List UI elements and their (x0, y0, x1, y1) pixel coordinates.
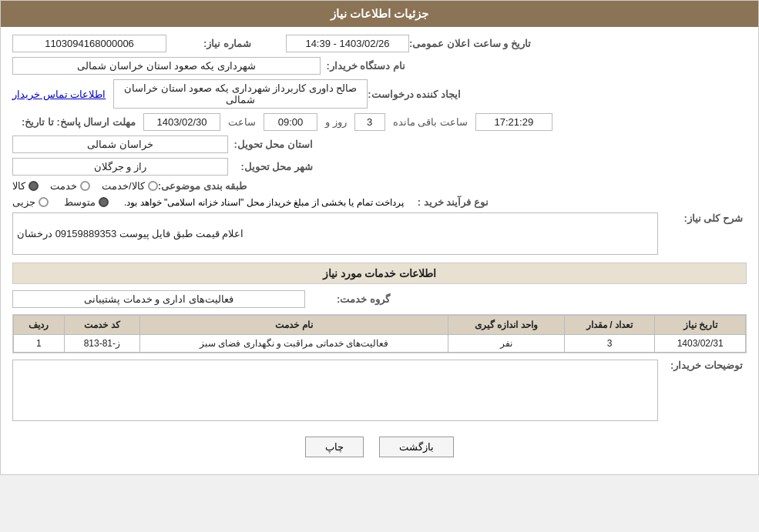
farayand-note: پرداخت تمام یا بخشی از مبلغ خریداز محل "… (124, 197, 404, 208)
tabaqe-radio-group: کالا/خدمت خدمت کالا (12, 180, 158, 192)
baqi-value: 17:21:29 (475, 113, 552, 131)
ostan-label: استان محل تحویل: (228, 139, 313, 150)
bazgasht-button[interactable]: بازگشت (379, 437, 454, 457)
shomare-niaz-value: 1103094168000006 (12, 35, 166, 52)
radio-kala-khadamat-circle (148, 181, 158, 191)
radio-khadamat[interactable]: خدمت (50, 180, 90, 192)
nooe-farayand-label: نوع فرآیند خرید : (404, 196, 489, 208)
row-tabaqe: طبقه بندی موضوعی: کالا/خدمت خدمت کالا (12, 180, 747, 192)
ijad-konande-label: ایجاد کننده درخواست: (368, 89, 461, 100)
mohlat-date: 1403/02/30 (143, 113, 220, 131)
توضیحات-label: توضیحات خریدار: (658, 360, 743, 371)
cell-tarikh: 1403/02/31 (655, 335, 746, 353)
nam-dastgah-value: شهرداری یکه صعود استان خراسان شمالی (12, 57, 321, 75)
col-tarikh: تاریخ نیاز (655, 316, 746, 335)
row-nam-dastgah: نام دستگاه خریدار: شهرداری یکه صعود استا… (12, 57, 747, 75)
توضیحات-value (12, 360, 658, 421)
roz-value: 3 (354, 113, 385, 131)
radio-kala[interactable]: کالا (12, 180, 39, 192)
mohlat-saat: 09:00 (264, 113, 317, 131)
page-header: جزئیات اطلاعات نیاز (1, 1, 758, 27)
farayand-radios: پرداخت تمام یا بخشی از مبلغ خریداز محل "… (12, 196, 404, 208)
radio-kala-circle (29, 181, 39, 191)
row-توضیحات: توضیحات خریدار: (12, 360, 747, 421)
cell-kod: ز-81-813 (64, 335, 139, 353)
shomare-niaz-label: شماره نیاز: (166, 38, 251, 49)
mohlat-saat-label: ساعت (228, 116, 256, 128)
row-shahr: شهر محل تحویل: راز و جرگلان (12, 158, 747, 176)
tabaqe-label: طبقه بندی موضوعی: (158, 180, 247, 192)
row-gorohe: گروه خدمت: فعالیت‌های اداری و خدمات پشتی… (12, 290, 747, 308)
gorohe-value: فعالیت‌های اداری و خدمات پشتیبانی (12, 290, 305, 308)
col-tedad: تعداد / مقدار (564, 316, 655, 335)
cell-tedad: 3 (564, 335, 655, 353)
row-nooe-farayand: نوع فرآیند خرید : پرداخت تمام یا بخشی از… (12, 196, 747, 208)
radio-jozee[interactable]: جزیی (12, 196, 49, 208)
radio-motavasset-label: متوسط (64, 196, 96, 208)
nam-dastgah-label: نام دستگاه خریدار: (321, 60, 405, 72)
radio-kala-khadamat-label: کالا/خدمت (102, 180, 145, 192)
button-row: بازگشت چاپ (12, 427, 747, 467)
sharh-label: شرح کلی نیاز: (658, 212, 743, 224)
col-vahed: واحد اندازه گیری (448, 316, 565, 335)
gorohe-label: گروه خدمت: (305, 293, 390, 305)
tarikh-elam-label: تاریخ و ساعت اعلان عمومی: (409, 38, 531, 49)
radio-khadamat-circle (80, 181, 90, 191)
cell-nam: فعالیت‌های خدماتی مراقبت و نگهداری فضای … (140, 335, 448, 353)
content-area: تاریخ و ساعت اعلان عمومی: 1403/02/26 - 1… (1, 27, 758, 474)
row-shomare-tarikh: تاریخ و ساعت اعلان عمومی: 1403/02/26 - 1… (12, 35, 747, 52)
radio-motavasset[interactable]: متوسط (64, 196, 109, 208)
sharh-value: اعلام قیمت طبق فایل پیوست 09159889353 در… (12, 212, 658, 255)
ijad-konande-value: صالح داوری کاربرداز شهرداری یکه صعود است… (113, 79, 368, 109)
radio-kala-khadamat[interactable]: کالا/خدمت (102, 180, 158, 192)
row-sharh: شرح کلی نیاز: اعلام قیمت طبق فایل پیوست … (12, 212, 747, 255)
khadamat-section-header: اطلاعات خدمات مورد نیاز (12, 263, 747, 284)
khadamat-table-container: تاریخ نیاز تعداد / مقدار واحد اندازه گیر… (12, 314, 747, 353)
baqi-label: ساعت باقی مانده (393, 116, 468, 128)
table-header-row: تاریخ نیاز تعداد / مقدار واحد اندازه گیر… (14, 316, 746, 335)
chap-button[interactable]: چاپ (305, 437, 364, 457)
cell-radif: 1 (14, 335, 65, 353)
shahr-label: شهر محل تحویل: (228, 161, 313, 172)
roz-label: روز و (325, 116, 347, 128)
row-ijad-konande: ایجاد کننده درخواست: صالح داوری کاربرداز… (12, 79, 747, 109)
col-nam: نام خدمت (140, 316, 448, 335)
radio-motavasset-circle (99, 197, 109, 207)
radio-kala-label: کالا (12, 180, 25, 192)
radio-jozee-circle (39, 197, 49, 207)
shahr-value: راز و جرگلان (12, 158, 228, 176)
radio-khadamat-label: خدمت (50, 180, 77, 192)
col-radif: ردیف (14, 316, 65, 335)
ostan-value: خراسان شمالی (12, 136, 228, 153)
cell-vahed: نفر (448, 335, 565, 353)
row-mohlat: 17:21:29 ساعت باقی مانده 3 روز و 09:00 س… (12, 113, 747, 131)
row-ostan: استان محل تحویل: خراسان شمالی (12, 136, 747, 153)
mohlat-label: مهلت ارسال پاسخ: تا تاریخ: (12, 116, 136, 128)
col-kod: کد خدمت (64, 316, 139, 335)
radio-jozee-label: جزیی (12, 196, 35, 208)
ettelaat-link[interactable]: اطلاعات تماس خریدار (12, 89, 106, 100)
table-row: 1403/02/31 3 نفر فعالیت‌های خدماتی مراقب… (14, 335, 746, 353)
page-title: جزئیات اطلاعات نیاز (331, 7, 428, 20)
tarikh-elam-value: 1403/02/26 - 14:39 (286, 35, 409, 52)
khadamat-table: تاریخ نیاز تعداد / مقدار واحد اندازه گیر… (13, 315, 746, 353)
page-wrapper: جزئیات اطلاعات نیاز تاریخ و ساعت اعلان ع… (0, 0, 759, 475)
